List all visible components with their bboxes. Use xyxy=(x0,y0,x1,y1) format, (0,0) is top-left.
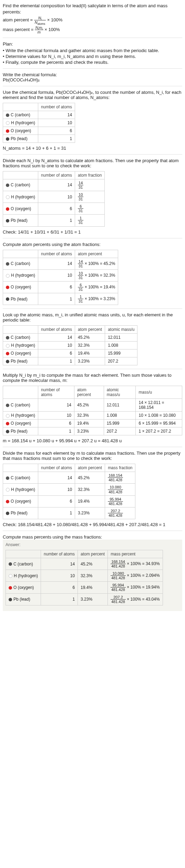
element-dot-icon xyxy=(9,574,12,578)
table-row: H (hydrogen)1032.3%10.080481.428 × 100% … xyxy=(6,570,163,582)
table-row: H (hydrogen)101031 xyxy=(3,191,105,203)
element-cell: H (hydrogen) xyxy=(3,484,38,495)
table-row: C (carbon)14 xyxy=(3,111,75,119)
count-cell: 6 xyxy=(38,495,75,507)
element-cell: H (hydrogen) xyxy=(3,269,38,281)
element-cell: Pb (lead) xyxy=(3,135,38,142)
fraction-table: number of atoms atom fraction C (carbon)… xyxy=(3,171,105,227)
element-cell: Pb (lead) xyxy=(3,293,38,305)
atomic-mass-cell: 15.999 xyxy=(104,420,136,427)
atom-percent-fraction: Ni Natoms xyxy=(34,16,46,24)
count-total: N_atoms = 14 + 10 + 6 + 1 = 31 xyxy=(3,146,182,151)
count-cell: 14 xyxy=(41,558,78,570)
table-header xyxy=(3,171,38,179)
count-cell: 10 xyxy=(38,484,75,495)
divider xyxy=(3,154,182,155)
atom-percent-cell: 3.23% xyxy=(78,593,108,605)
element-cell: H (hydrogen) xyxy=(3,342,38,349)
count-cell: 14 xyxy=(38,179,75,191)
divider xyxy=(3,531,182,531)
atom-percent-label: atom percent = xyxy=(3,17,34,22)
table-row: Pb (lead)1131 xyxy=(3,215,105,226)
step-mass-text: Multiply N_i by m_i to compute the mass … xyxy=(3,373,182,383)
count-cell: 14 xyxy=(38,258,75,269)
fraction-cell: 131 xyxy=(75,215,105,226)
percent-cell: 45.2% xyxy=(74,399,104,412)
step-atom-percent: Compute atom percents using the atom fra… xyxy=(3,242,182,305)
mass-fraction-cell: 207.2481.428 xyxy=(105,507,135,519)
count-cell: 6 xyxy=(38,420,74,427)
table-row: C (carbon)141431 × 100% = 45.2% xyxy=(3,258,118,269)
element-cell: Pb (lead) xyxy=(3,215,38,226)
element-cell: C (carbon) xyxy=(3,258,38,269)
table-header-row: number of atoms atom percent mass percen… xyxy=(6,550,163,558)
divider xyxy=(3,38,182,38)
chemical-formula: Pb(OCOC₆H₄OH)₂ xyxy=(3,77,182,82)
count-cell: 14 xyxy=(38,111,75,119)
table-header: atom percent xyxy=(74,386,104,399)
element-cell: O (oxygen) xyxy=(3,420,38,427)
table-row: Pb (lead)13.23%207.2 xyxy=(3,357,137,365)
percent-cell: 3.23% xyxy=(74,427,104,435)
element-dot-icon xyxy=(6,274,10,278)
mass-table: number of atoms atom percent atomic mass… xyxy=(3,386,182,435)
element-dot-icon xyxy=(6,414,10,418)
element-dot-icon xyxy=(6,114,9,117)
step-atom-percent-text: Compute atom percents using the atom fra… xyxy=(3,242,182,247)
count-cell: 14 xyxy=(38,472,75,484)
element-cell: H (hydrogen) xyxy=(3,191,38,203)
atomic-mass-table: number of atoms atom percent atomic mass… xyxy=(3,325,137,365)
times-100-b: × 100% xyxy=(44,27,60,32)
table-row: C (carbon)1445.2%168.154481.428 xyxy=(3,472,135,484)
table-header: number of atoms xyxy=(38,326,75,334)
mass-calc-cell: 6 × 15.999 = 95.994 xyxy=(136,420,182,427)
table-row: C (carbon)1445.2%12.01114 × 12.011 = 168… xyxy=(3,399,182,412)
percent-cell: 3.23% xyxy=(75,357,105,365)
count-cell: 10 xyxy=(38,269,75,281)
percent-cell: 131 × 100% = 3.23% xyxy=(75,293,118,305)
atom-percent-formula: atom percent = Ni Natoms × 100% xyxy=(3,16,182,24)
mass-percent-cell: 168.154481.428 × 100% = 34.93% xyxy=(108,558,163,570)
table-header: atom percent xyxy=(78,550,108,558)
mass-fraction-table: number of atoms atom percent mass fracti… xyxy=(3,464,135,519)
element-cell: C (carbon) xyxy=(3,472,38,484)
element-cell: Pb (lead) xyxy=(6,593,41,605)
table-header-row: number of atoms atom percent atomic mass… xyxy=(3,386,182,399)
element-cell: Pb (lead) xyxy=(3,357,38,365)
element-dot-icon xyxy=(6,500,9,503)
count-cell: 10 xyxy=(38,342,75,349)
table-row: Pb (lead)13.23%207.2481.428 × 100% = 43.… xyxy=(6,593,163,605)
element-dot-icon xyxy=(9,562,12,566)
answer-box: Answer: number of atoms atom percent mas… xyxy=(3,540,182,611)
count-cell: 6 xyxy=(38,349,75,357)
percent-cell: 3.23% xyxy=(75,507,105,519)
table-header: mass/u xyxy=(136,386,182,399)
step-mass: Multiply N_i by m_i to compute the mass … xyxy=(3,373,182,443)
answer-section: Compute mass percents using the mass fra… xyxy=(3,534,182,611)
count-cell: 1 xyxy=(38,507,75,519)
mass-percent-formula: mass percent = Nimi m × 100% xyxy=(3,26,182,34)
element-cell: H (hydrogen) xyxy=(6,570,41,582)
times-100: × 100% xyxy=(47,17,62,22)
step-mass-fraction: Divide the mass for each element by m to… xyxy=(3,451,182,527)
element-cell: C (carbon) xyxy=(3,399,38,412)
mass-percent-fraction: Nimi m xyxy=(35,26,43,34)
table-header: atom percent xyxy=(75,464,105,472)
table-row: O (oxygen)619.4%95.994481.428 xyxy=(3,495,135,507)
element-dot-icon xyxy=(6,129,9,133)
table-header: atom fraction xyxy=(75,171,105,179)
step-fraction-text: Divide each N_i by N_atoms to calculate … xyxy=(3,158,182,168)
step-mass-fraction-text: Divide the mass for each element by m to… xyxy=(3,451,182,461)
divider xyxy=(3,308,182,309)
table-header xyxy=(3,103,38,111)
mass-fraction-cell: 10.080481.428 xyxy=(105,484,135,495)
element-dot-icon xyxy=(6,430,9,433)
count-cell: 1 xyxy=(38,293,75,305)
element-cell: C (carbon) xyxy=(3,334,38,342)
table-row: H (hydrogen)1032.3%1.008 xyxy=(3,342,137,349)
intro: Find the elemental composition for lead(… xyxy=(3,3,182,34)
table-header: mass fraction xyxy=(105,464,135,472)
table-row: C (carbon)1445.2%168.154481.428 × 100% =… xyxy=(6,558,163,570)
table-row: H (hydrogen)101031 × 100% = 32.3% xyxy=(3,269,118,281)
mass-cell: 1.008 xyxy=(105,342,137,349)
